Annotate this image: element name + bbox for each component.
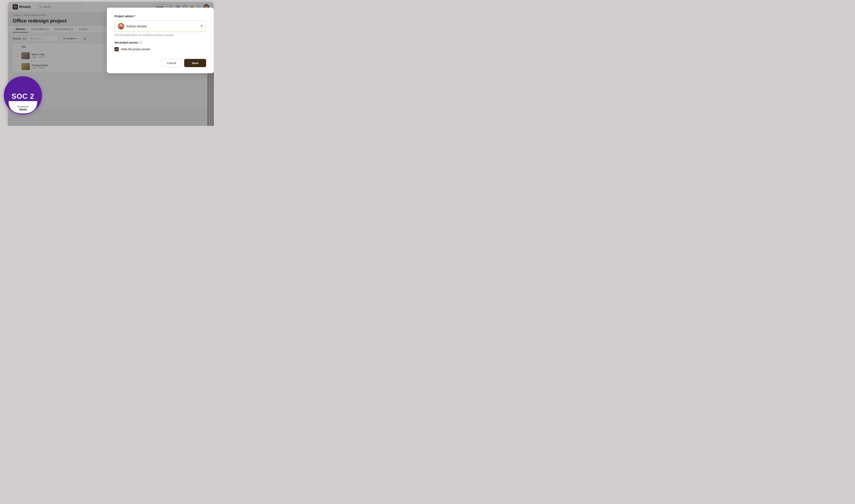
soc2-title: SOC 2 — [12, 92, 34, 101]
admin-avatar — [118, 23, 124, 29]
access-section-label: Set project access — [115, 41, 138, 44]
chevron-down-icon: ▼ — [200, 24, 203, 28]
save-button[interactable]: Save — [184, 59, 206, 67]
private-checkbox-label: Make this project private — [121, 48, 150, 51]
soc2-badge: SOC 2 Powered by Vanta — [4, 76, 42, 114]
access-title: Set project access i — [115, 41, 206, 44]
vanta-brand: Vanta — [17, 108, 29, 111]
cancel-button[interactable]: Cancel — [161, 59, 181, 67]
soc2-outer-circle: SOC 2 Powered by Vanta — [4, 76, 42, 114]
private-checkbox-row: Make this project private — [115, 47, 206, 51]
modal-footer: Cancel Save — [115, 59, 206, 67]
svg-point-2 — [120, 24, 122, 26]
admin-hint: Only the project admin can checkout on b… — [115, 34, 206, 36]
info-icon[interactable]: i — [139, 41, 142, 44]
private-checkbox[interactable] — [115, 47, 119, 51]
powered-by-text: Powered by — [17, 106, 29, 108]
modal-admin-section-title: Project admin * — [115, 15, 206, 18]
modal: Project admin * Kathryn Murphy ▼ Only th… — [107, 7, 214, 73]
admin-name: Kathryn Murphy — [126, 24, 198, 28]
admin-dropdown[interactable]: Kathryn Murphy ▼ — [115, 20, 206, 32]
